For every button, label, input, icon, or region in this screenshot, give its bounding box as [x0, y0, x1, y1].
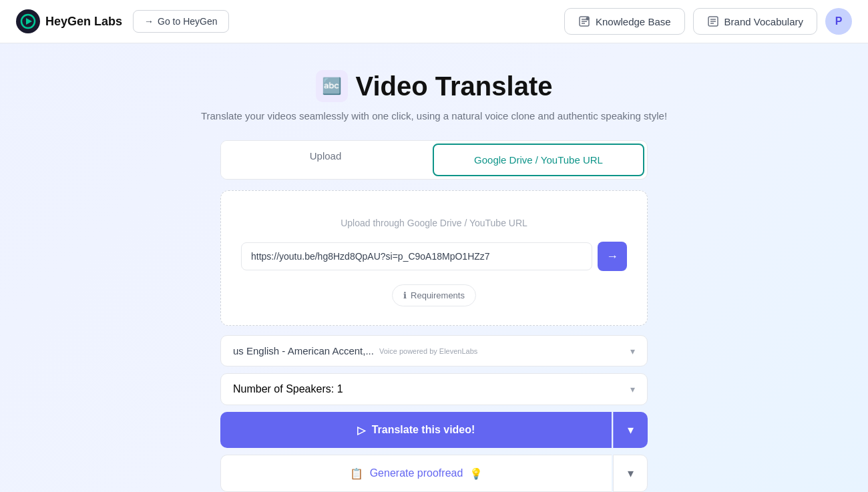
upload-area: Upload through Google Drive / YouTube UR… — [220, 190, 648, 326]
translate-button[interactable]: ▷ Translate this video! — [220, 412, 612, 448]
voice-select[interactable]: us English - American Accent,... Voice p… — [220, 335, 648, 366]
voice-select-left: us English - American Accent,... Voice p… — [233, 345, 477, 356]
url-input-row: → — [241, 242, 627, 271]
voice-powered-by: Voice powered by ElevenLabs — [379, 347, 477, 355]
upload-area-label: Upload through Google Drive / YouTube UR… — [341, 218, 527, 228]
translate-label: Translate this video! — [372, 424, 475, 436]
brand-vocabulary-button[interactable]: Brand Vocabulary — [693, 8, 817, 35]
page-subtitle: Translate your videos seamlessly with on… — [201, 110, 667, 121]
proofread-dropdown-icon: ▾ — [628, 466, 634, 481]
arrow-submit-icon: → — [606, 250, 618, 264]
page-title-icon: 🔤 — [316, 70, 348, 102]
proofread-lightbulb: 💡 — [469, 467, 483, 480]
proofread-button[interactable]: 📋 Generate proofread 💡 — [220, 455, 612, 492]
speakers-label: Number of Speakers: 1 — [233, 383, 343, 395]
voice-value: us English - American Accent,... — [233, 345, 374, 356]
svg-point-7 — [586, 17, 589, 21]
speakers-chevron-icon: ▾ — [630, 384, 635, 395]
brand-vocabulary-icon — [707, 15, 719, 27]
knowledge-base-label: Knowledge Base — [596, 16, 671, 27]
proofread-icon: 📋 — [350, 467, 363, 480]
requirements-label: Requirements — [411, 290, 465, 300]
go-to-heygen-label: Go to HeyGen — [158, 16, 218, 27]
tabs-container: Upload Google Drive / YouTube URL — [220, 140, 648, 180]
arrow-right-icon: → — [144, 16, 154, 27]
header-right: Knowledge Base Brand Vocabulary P — [564, 8, 852, 35]
main-content: 🔤 Video Translate Translate your videos … — [0, 43, 868, 492]
voice-chevron-icon: ▾ — [630, 346, 635, 356]
header: HeyGen Labs → Go to HeyGen Knowledge Bas… — [0, 0, 868, 43]
logo-text: HeyGen Labs — [45, 15, 122, 29]
proofread-button-row: 📋 Generate proofread 💡 ▾ — [220, 455, 648, 492]
header-left: HeyGen Labs → Go to HeyGen — [16, 9, 229, 33]
translate-button-row: ▷ Translate this video! ▾ — [220, 412, 648, 448]
tab-upload[interactable]: Upload — [221, 141, 430, 179]
translate-dropdown-icon: ▾ — [628, 423, 634, 437]
tab-google-drive-youtube[interactable]: Google Drive / YouTube URL — [433, 144, 644, 176]
speakers-select[interactable]: Number of Speakers: 1 ▾ — [220, 373, 648, 405]
url-submit-button[interactable]: → — [598, 242, 627, 271]
user-avatar[interactable]: P — [825, 8, 852, 35]
avatar-letter: P — [835, 15, 843, 27]
go-to-heygen-button[interactable]: → Go to HeyGen — [133, 10, 229, 33]
translate-dropdown-button[interactable]: ▾ — [613, 412, 648, 448]
heygen-logo-icon — [16, 9, 40, 33]
knowledge-base-button[interactable]: Knowledge Base — [564, 8, 685, 35]
brand-vocabulary-label: Brand Vocabulary — [724, 16, 803, 27]
page-title-area: 🔤 Video Translate — [316, 70, 553, 102]
requirements-button[interactable]: ℹ Requirements — [392, 284, 476, 306]
info-icon: ℹ — [403, 290, 407, 300]
url-input[interactable] — [241, 242, 592, 270]
page-title: Video Translate — [356, 71, 553, 101]
proofread-dropdown-button[interactable]: ▾ — [613, 455, 648, 492]
translate-icon: ▷ — [357, 424, 365, 437]
proofread-label: Generate proofread — [370, 467, 463, 479]
logo-area: HeyGen Labs — [16, 9, 122, 33]
knowledge-base-icon — [578, 15, 590, 27]
